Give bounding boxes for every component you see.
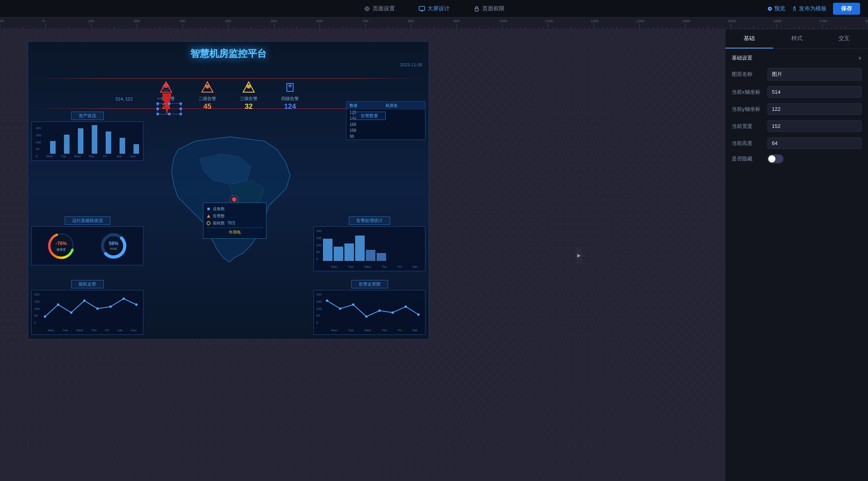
ay-0: 0 (316, 257, 321, 261)
ex-sun: Sun (131, 328, 136, 332)
ex-mon: Mon (48, 328, 54, 332)
y-coord-value[interactable]: 122 (767, 103, 862, 115)
at-y-axis: 200 150 100 50 0 (316, 293, 321, 325)
alarm-bars (323, 229, 423, 261)
section-chevron-icon[interactable]: ∨ (858, 55, 862, 61)
svg-point-26 (110, 305, 112, 308)
top-bar: 页面设置 大屏设计 页面权限 预览 发布为模板 保存 (0, 0, 868, 17)
bar-chart: 200 150 100 50 0 MonTueWedThuFriSatSun (34, 124, 141, 158)
y-label-150: 150 (36, 133, 41, 137)
alert-level4-count: 124 (284, 102, 296, 111)
data-table: 数值 机房名 125 144 168 158 99 (346, 101, 425, 140)
svg-point-29 (232, 197, 236, 202)
alarm-x-fri: Fri (398, 265, 402, 269)
tab-style[interactable]: 样式 (773, 29, 821, 48)
canvas-area[interactable]: 智慧机房监控平台 2023-11-08 一级告警 23 (0, 29, 725, 481)
popup-device-label: 设备数 (213, 206, 225, 212)
width-value[interactable]: 152 (767, 120, 862, 132)
field-x-coord: 当前x轴坐标 514 (732, 86, 862, 98)
dashboard: 智慧机房监控平台 2023-11-08 一级告警 23 (28, 41, 429, 339)
popup-bottom: 年用电 (207, 228, 263, 235)
ex-thu: Thu (91, 328, 97, 332)
alarm-x-wed: Wed (364, 265, 371, 269)
asset-panel-title: 资产状况 (71, 112, 104, 120)
hidden-toggle[interactable] (767, 155, 783, 163)
main-layout: 智慧机房监控平台 2023-11-08 一级告警 23 (0, 29, 868, 481)
tab-interaction[interactable]: 交互 (820, 29, 868, 48)
y-label-50: 50 (36, 147, 41, 151)
publish-button[interactable]: 发布为模板 (792, 5, 827, 12)
svg-point-28 (135, 303, 138, 306)
svg-point-23 (70, 311, 73, 314)
section-title: 基础设置 (732, 54, 752, 62)
nav-permissions[interactable]: 页面权限 (474, 5, 505, 12)
alarm-trend-title: 告警走势图 (351, 280, 388, 288)
ruler-canvas (0, 17, 868, 29)
top-bar-center: 页面设置 大屏设计 页面权限 (364, 5, 505, 12)
health-gauge-svg: -76% 健康度 (45, 230, 77, 262)
tab-basic[interactable]: 基础 (725, 29, 773, 48)
aty-0: 0 (316, 321, 321, 325)
preview-button[interactable]: 预览 (767, 5, 785, 12)
ay-150: 150 (316, 236, 321, 240)
layer-name-label: 图层名称 (732, 71, 767, 78)
layer-name-value[interactable]: 图片 (767, 68, 862, 81)
aty-150: 150 (316, 300, 321, 303)
energy-x-axis: Mon Tue Wed Thu Fri Sat Sun (34, 328, 141, 332)
ex-tue: Tue (63, 328, 68, 332)
energy-chart: 200 150 100 50 0 (34, 293, 141, 328)
svg-point-39 (392, 311, 394, 314)
toggle-knob (768, 155, 775, 162)
table-col-value: 数值 (350, 103, 386, 108)
nav-screen-design[interactable]: 大屏设计 (419, 5, 450, 12)
table-cell-val: 99 (350, 134, 386, 139)
nav-page-settings[interactable]: 页面设置 (364, 5, 395, 12)
bar-col-Sun: Sun (127, 144, 139, 158)
china-map-svg (143, 111, 316, 292)
x-coord-value[interactable]: 514 (767, 86, 862, 98)
ey-0: 0 (34, 321, 39, 325)
svg-point-22 (57, 303, 60, 306)
alarm-trend-svg (323, 293, 423, 325)
sidebar-tabs: 基础 样式 交互 (725, 29, 868, 49)
svg-point-41 (418, 313, 420, 316)
ruler (0, 17, 868, 29)
alert-icon-2 (200, 80, 215, 95)
alarm-bar-5 (366, 250, 375, 261)
alert-level2-count: 45 (203, 102, 211, 111)
popup-energy-label: 能耗数 (213, 220, 225, 226)
svg-point-37 (365, 315, 368, 318)
asset-status-panel: 资产状况 200 150 100 50 0 MonTueWedThuFriSat… (31, 112, 143, 161)
x-coord-label: 当前x轴坐标 (732, 89, 767, 96)
at-x-axis: Mon Tue Wed Thu Fri Sat (316, 328, 423, 332)
height-value[interactable]: 64 (767, 137, 862, 149)
popup-energy-row: 能耗数 78万 (207, 220, 263, 226)
expand-arrow-icon: ▶ (577, 253, 581, 258)
pue-gauge-svg: 56% PUE (98, 230, 130, 262)
alert-level4: 四级告警 124 (281, 80, 299, 111)
save-button[interactable]: 保存 (833, 3, 860, 15)
bar-col-Fri: Fri (99, 131, 111, 158)
map-popup: 设备数 告警数 能耗数 78万 年用电 (203, 203, 267, 239)
popup-device-icon (207, 207, 211, 211)
alert-icon-1 (159, 80, 174, 95)
nav-page-settings-label: 页面设置 (373, 5, 395, 12)
bar-label-Sun: Sun (130, 155, 135, 158)
alarm-process-panel: 告警处理统计 200 150 100 50 0 (313, 216, 425, 271)
bar-Sat (120, 138, 125, 154)
table-cell-name (386, 128, 422, 133)
bar-col-Mon: Mon (43, 141, 56, 158)
position-label: 514, 122 (116, 97, 133, 101)
map-area: 设备数 告警数 能耗数 78万 年用电 (143, 111, 316, 292)
field-y-coord: 当前y轴坐标 122 (732, 103, 862, 115)
popup-device-row: 设备数 (207, 206, 263, 212)
svg-point-27 (123, 297, 125, 300)
bar-Sun (133, 144, 139, 154)
sidebar-expand-button[interactable]: ▶ (576, 247, 582, 263)
hidden-label: 是否隐藏 (732, 155, 767, 162)
field-layer-name: 图层名称 图片 (732, 68, 862, 81)
aty-100: 100 (316, 307, 321, 311)
y-label-200: 200 (36, 126, 41, 130)
alert-level3-count: 32 (245, 102, 253, 111)
atx-fri: Fri (398, 328, 402, 332)
